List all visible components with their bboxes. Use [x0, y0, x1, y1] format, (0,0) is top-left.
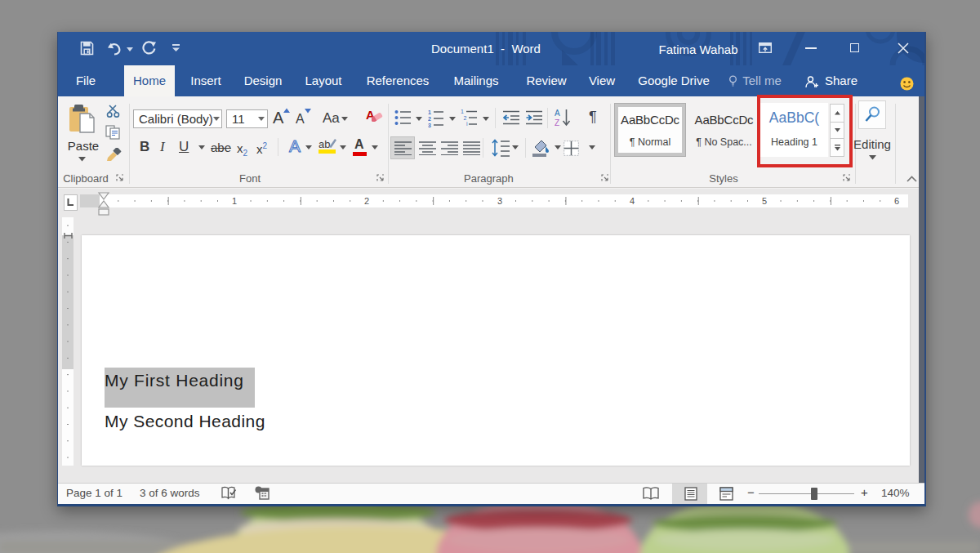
svg-text:A: A [555, 109, 560, 118]
svg-text:Z: Z [555, 118, 559, 127]
svg-text:2: 2 [428, 116, 431, 122]
svg-text:1: 1 [428, 109, 431, 115]
svg-text:3: 3 [428, 123, 431, 128]
svg-text:i: i [466, 121, 468, 127]
svg-text:A: A [289, 137, 301, 155]
svg-text:1: 1 [461, 109, 464, 114]
svg-text:2: 2 [464, 115, 467, 121]
svg-text:ab: ab [318, 138, 330, 150]
